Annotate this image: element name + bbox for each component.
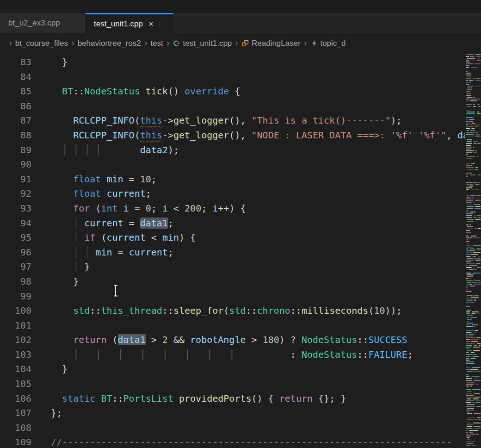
line-number: 107 (0, 406, 31, 421)
code-token (173, 393, 179, 404)
code-token: ) ? (279, 334, 302, 345)
code-token (51, 393, 62, 404)
code-token: current (84, 218, 123, 229)
code-token (51, 144, 62, 156)
code-token: BT (101, 393, 112, 404)
code-token: │ │ (73, 247, 90, 258)
code-line[interactable]: //--------------------------------------… (51, 435, 465, 448)
breadcrumb-item-topic[interactable]: topic_d (321, 39, 346, 48)
code-token (51, 203, 73, 214)
code-line[interactable]: float min = 10; (51, 172, 465, 187)
code-line[interactable] (51, 377, 465, 392)
code-line[interactable]: }; (51, 406, 465, 421)
code-line[interactable]: │ │ min = current; (51, 245, 465, 260)
breadcrumb-item-readinglaser[interactable]: ReadingLaser (252, 39, 301, 48)
code-line[interactable]: return (data1 > 2 && robotAngle > 180) ?… (51, 333, 465, 348)
code-token: (), (229, 115, 251, 126)
line-number: 86 (0, 99, 31, 114)
code-token: i (162, 203, 168, 214)
code-line[interactable]: static BT::PortsList providedPorts() { r… (51, 392, 465, 406)
code-line[interactable]: │ │ │ │ data2); (51, 143, 465, 158)
code-token: │ │ │ │ │ │ │ │ (73, 349, 234, 360)
code-token: :: (162, 305, 173, 316)
code-token: │ │ │ │ (62, 144, 101, 156)
code-token: ; (151, 174, 157, 185)
code-line[interactable]: BT::NodeStatus tick() override { (51, 84, 465, 99)
code-line[interactable]: RCLCPP_INFO(this->get_logger(), "NODE : … (51, 128, 465, 143)
code-token: current (106, 232, 145, 243)
code-token: RCLCPP_INFO (73, 130, 134, 141)
code-token (51, 334, 73, 345)
code-token (140, 86, 146, 97)
code-line[interactable] (51, 70, 465, 85)
line-number: 87 (0, 113, 31, 128)
code-token: ); (391, 115, 402, 126)
code-line[interactable]: } (51, 55, 465, 70)
mouse-cursor-ibeam (113, 285, 118, 297)
breadcrumb-item-file[interactable]: test_unit1.cpp (183, 39, 232, 48)
code-token (51, 261, 73, 272)
chevron-right-icon: › (304, 37, 307, 48)
code-token: > (246, 334, 263, 345)
code-line[interactable]: │ if (current < min) { (51, 230, 465, 245)
breadcrumb-item-test[interactable]: test (150, 39, 163, 48)
code-line[interactable]: │ │ │ │ │ │ │ │ : NodeStatus::FAILURE; (51, 348, 465, 362)
code-token: ++) { (218, 203, 246, 214)
line-number: 108 (0, 421, 31, 436)
code-token: providedPorts (179, 393, 252, 404)
code-token: , (446, 130, 457, 141)
code-token: this (140, 130, 162, 141)
code-token (101, 188, 106, 199)
code-token: //--------------------------------------… (51, 436, 452, 448)
breadcrumb-item-bt-course-files[interactable]: bt_course_files (15, 39, 68, 48)
line-number: 95 (0, 230, 31, 245)
code-token: min (106, 174, 123, 185)
code-token: } (51, 276, 79, 287)
code-token: data1 (118, 334, 146, 345)
code-line[interactable]: for (int i = 0; i < 200; i++) { (51, 201, 465, 216)
code-token: ; (168, 247, 173, 258)
vscode-window: bt_u2_ex3.cpp test_unit1.cpp × › bt_cour… (0, 0, 481, 448)
code-token: "This is a tick()-------" (252, 115, 391, 126)
tab-label: test_unit1.cpp (94, 19, 143, 29)
code-token: 10 (140, 174, 151, 185)
line-number: 106 (0, 392, 31, 406)
code-line[interactable] (51, 318, 465, 333)
code-line[interactable]: RCLCPP_INFO(this->get_logger(), "This is… (51, 113, 465, 128)
breadcrumb: › bt_course_files › behaviortree_ros2 › … (0, 33, 481, 53)
breadcrumb-item-behaviortree-ros2[interactable]: behaviortree_ros2 (78, 39, 141, 48)
code-token: ( (95, 232, 106, 243)
minimap[interactable] (465, 53, 481, 448)
close-icon[interactable]: × (148, 19, 154, 28)
code-token: RCLCPP_INFO (73, 115, 134, 126)
code-line[interactable] (51, 99, 465, 114)
code-token: = (123, 218, 140, 229)
chevron-right-icon: › (166, 37, 170, 48)
code-token: = (112, 247, 129, 258)
code-line[interactable]: float current; (51, 187, 465, 201)
code-token: )); (385, 305, 402, 316)
code-line[interactable] (51, 421, 465, 436)
code-token (51, 349, 73, 360)
code-token (118, 203, 123, 214)
code-line[interactable]: │ } (51, 260, 465, 274)
code-token: :: (290, 305, 302, 316)
code-token: if (84, 232, 95, 243)
code-token: } (79, 261, 90, 272)
class-symbol-icon (241, 39, 249, 47)
code-token: │ (73, 261, 79, 272)
code-token (51, 305, 73, 316)
code-line[interactable]: } (51, 362, 465, 377)
tab-bt-u2-ex3[interactable]: bt_u2_ex3.cpp (0, 13, 86, 33)
code-token: 200 (185, 203, 201, 214)
line-number: 97 (0, 260, 31, 274)
code-line[interactable]: std::this_thread::sleep_for(std::chrono:… (51, 304, 465, 318)
code-line[interactable] (51, 157, 465, 172)
code-token: i (212, 203, 218, 214)
code-token: std (229, 305, 246, 316)
tab-test-unit1[interactable]: test_unit1.cpp × (86, 13, 173, 33)
code-line[interactable]: │ current = data1; (51, 216, 465, 231)
code-lines[interactable]: } BT::NodeStatus tick() override { RCLCP… (31, 53, 465, 448)
code-token: :: (112, 393, 123, 404)
code-token: milliseconds (302, 305, 369, 316)
